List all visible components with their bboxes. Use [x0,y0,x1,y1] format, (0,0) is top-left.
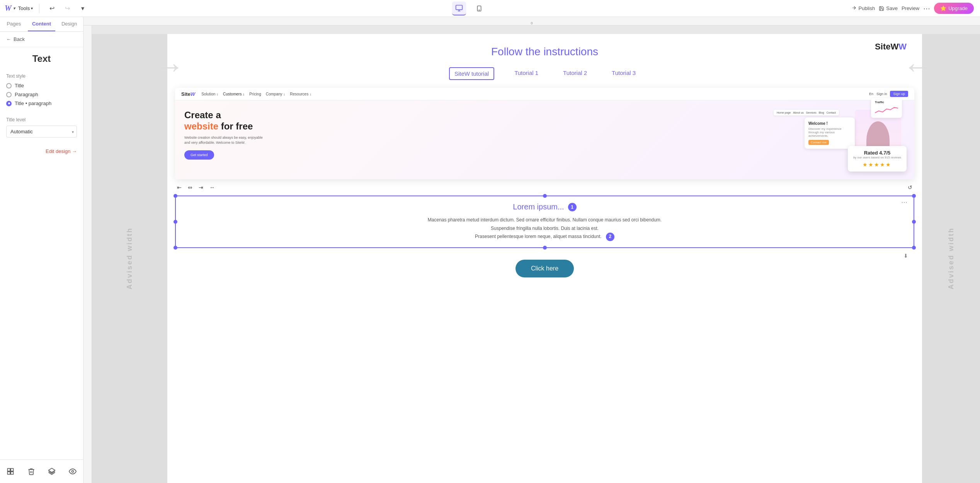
preview-lang[interactable]: En [869,92,873,96]
handle-bottom-mid[interactable] [543,246,547,250]
app-logo[interactable]: W ▾ [5,4,15,13]
text-element-container[interactable]: ⋯ Lorem ipsum... 1 Macenas pharetra metu… [175,196,914,248]
desktop-device-button[interactable] [452,2,466,15]
tab-sitew-tutorial[interactable]: SiteW tutorial [449,67,494,80]
website-preview-mockup: SiteW Solution ↓ Customers ↓ Pricing Com… [175,88,914,179]
svg-rect-3 [7,469,10,471]
upgrade-star-icon: ⭐ [940,5,946,11]
back-arrow-icon: ← [6,36,11,42]
text-style-label: Text style [6,73,77,79]
canvas-content[interactable]: Advised width → Advised width ← SiteWW F… [92,26,980,483]
click-here-button[interactable]: Click here [516,260,574,277]
text-element-toolbar-row: ⇤ ⇔ ⇥ ↔ ↺ [175,183,914,192]
ruler-top: 0 [83,17,980,26]
canvas-area: 0 Advised width → Advised width ← SiteWW… [83,17,980,483]
handle-bottom-right[interactable] [912,246,916,250]
sitew-logo-canvas: SiteWW [875,42,907,52]
preview-signin[interactable]: Sign in [876,92,887,96]
tab-content[interactable]: Content [28,17,56,31]
nav-resources[interactable]: Resources ↓ [290,92,311,96]
element-more-button[interactable]: ⋯ [901,199,907,206]
align-left-button[interactable]: ⇤ [175,183,184,192]
radio-title-circle [6,83,12,88]
svg-rect-4 [11,469,14,471]
preview-hero-subtitle: Website creation should always be easy, … [184,135,269,146]
handle-right-mid[interactable] [912,220,916,224]
nav-company[interactable]: Company ↓ [266,92,286,96]
handle-left-mid[interactable] [174,220,177,224]
title-level-select[interactable]: Automatic H1 H2 H3 [6,126,77,138]
svg-point-8 [72,471,74,473]
ruler-left [83,26,92,483]
visibility-button[interactable] [66,464,80,478]
text-style-section: Text style Title Paragraph Title • parag… [0,70,83,112]
preview-sitew-logo: SiteW [181,91,195,97]
undo-button[interactable]: ↩ [46,2,58,15]
divider1 [39,4,39,13]
sidebar-bottom-bar [0,459,83,483]
layers-button[interactable] [45,464,59,478]
add-element-button[interactable] [3,464,17,478]
ruler-center-mark: 0 [531,21,533,25]
svg-rect-5 [7,472,10,474]
redo-button[interactable]: ↪ [61,2,73,15]
save-button[interactable]: Save [879,5,898,11]
preview-welcome-card: Welcome ! Discover my experience through… [805,117,855,149]
tab-tutorial-1[interactable]: Tutorial 1 [510,67,543,80]
advised-width-right: Advised width [922,34,980,483]
tab-pages[interactable]: Pages [0,17,28,31]
radio-paragraph-circle [6,92,12,97]
logo-text: W [5,4,12,13]
alignment-tools: ⇤ ⇔ ⇥ ↔ [175,183,217,192]
preview-nav-items: Solution ↓ Customers ↓ Pricing Company ↓… [201,92,311,96]
expand-button[interactable]: ↔ [208,183,217,192]
upgrade-button[interactable]: ⭐ Upgrade [934,3,974,14]
publish-button[interactable]: Publish [851,5,875,11]
nav-customers[interactable]: Customers ↓ [223,92,245,96]
bottom-align-button[interactable]: ⬇ [903,253,908,259]
svg-rect-0 [456,5,463,10]
toolbar: W ▾ Tools ▾ ↩ ↪ ▾ Publish Save Preview [0,0,980,17]
text-element-box[interactable]: ⋯ Lorem ipsum... 1 Macenas pharetra metu… [175,196,914,248]
align-center-button[interactable]: ⇔ [186,183,194,192]
title-level-label: Title level [6,117,77,122]
more-history-button[interactable]: ▾ [77,2,89,15]
svg-rect-6 [11,472,14,474]
delete-button[interactable] [24,464,38,478]
radio-title-paragraph[interactable]: Title • paragraph [6,100,77,106]
tools-caret-icon: ▾ [31,6,33,10]
radio-paragraph[interactable]: Paragraph [6,92,77,97]
preview-hero: Create a website for free Website creati… [175,100,914,179]
svg-point-2 [479,10,480,10]
nav-pricing[interactable]: Pricing [249,92,261,96]
lorem-ipsum-title: Lorem ipsum... 1 [184,202,906,211]
badge-1: 1 [568,203,577,211]
back-button[interactable]: ← Back [0,32,83,47]
tab-design[interactable]: Design [55,17,83,31]
handle-top-mid[interactable] [543,194,547,198]
logo-caret[interactable]: ▾ [13,6,15,10]
preview-cta-button[interactable]: Get started [184,150,214,160]
align-right-button[interactable]: ⇥ [197,183,205,192]
handle-top-right[interactable] [912,194,916,198]
radio-title-paragraph-circle [6,101,12,106]
tutorial-tabs: SiteW tutorial Tutorial 1 Tutorial 2 Tut… [175,67,914,80]
mobile-device-button[interactable] [472,2,486,15]
page-wrapper: SiteWW Follow the instructions SiteW tut… [167,34,922,483]
preview-hero-left: Create a website for free Website creati… [184,110,774,179]
tools-menu[interactable]: Tools ▾ [18,5,33,11]
preview-signup[interactable]: Sign up [890,91,908,97]
rating-subtitle: by our users based on 915 reviews [853,156,901,159]
radio-title[interactable]: Title [6,83,77,88]
edit-design-button[interactable]: Edit design → [0,142,83,160]
tab-tutorial-2[interactable]: Tutorial 2 [558,67,592,80]
element-actions-right: ↺ [906,183,914,192]
preview-nav-mockup: Home pageAbout usServicesBlogContact [774,110,839,116]
preview-button[interactable]: Preview [902,5,919,11]
nav-solution[interactable]: Solution ↓ [201,92,218,96]
tab-tutorial-3[interactable]: Tutorial 3 [607,67,640,80]
title-level-select-wrapper: Automatic H1 H2 H3 ▾ [6,126,77,138]
more-options-button[interactable]: ⋯ [923,4,930,13]
redo-element-button[interactable]: ↺ [906,183,914,192]
preview-hero-title: Create a website for free [184,110,774,132]
